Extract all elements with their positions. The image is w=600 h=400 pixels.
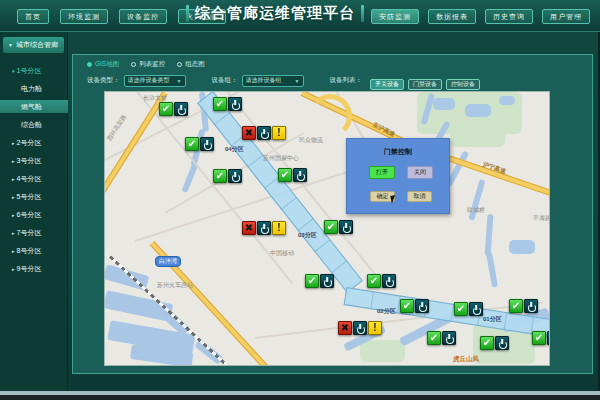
chevron-right-icon: ▸: [12, 194, 15, 200]
map-road-ramp: [308, 94, 352, 138]
door-open-button[interactable]: 打开: [369, 166, 395, 179]
status-ok-icon[interactable]: ✔: [480, 336, 494, 350]
power-icon[interactable]: [257, 126, 271, 140]
sidebar-item-6[interactable]: ▸4号分区: [0, 172, 68, 185]
content-panel: GIS地图列表监控组态图 设备类型： 请选择设备类型 ▼ 设备组： 请选择设备组…: [72, 54, 593, 374]
status-ok-icon[interactable]: ✔: [159, 102, 173, 116]
nav-button[interactable]: 安防监测: [371, 9, 419, 24]
status-ok-icon[interactable]: ✔: [509, 299, 523, 313]
power-icon[interactable]: [382, 274, 396, 288]
device-status-group[interactable]: ✔: [400, 299, 429, 313]
device-status-group[interactable]: ✔: [213, 169, 242, 183]
device-status-group[interactable]: ✖!: [338, 321, 382, 335]
status-alarm-icon[interactable]: ✖: [242, 126, 256, 140]
map-park: [450, 117, 505, 147]
device-status-group[interactable]: ✔: [278, 168, 307, 182]
sidebar-item-0[interactable]: ▾1号分区: [0, 64, 68, 77]
warning-icon[interactable]: !: [368, 321, 382, 335]
status-ok-icon[interactable]: ✔: [305, 274, 319, 288]
power-icon[interactable]: [320, 274, 334, 288]
power-icon[interactable]: [174, 102, 188, 116]
device-list-button[interactable]: 门禁设备: [408, 79, 442, 90]
device-status-group[interactable]: ✔: [213, 97, 242, 111]
device-group-select[interactable]: 请选择设备组 ▼: [242, 75, 304, 87]
status-alarm-icon[interactable]: ✖: [338, 321, 352, 335]
nav-button[interactable]: 数据报表: [428, 9, 476, 24]
nav-button[interactable]: 环境监测: [60, 9, 108, 24]
device-status-group[interactable]: ✔: [159, 102, 188, 116]
status-ok-icon[interactable]: ✔: [324, 220, 338, 234]
sidebar-item-10[interactable]: ▸8号分区: [0, 244, 68, 257]
map-canvas[interactable]: 04分区03分区02分区01分区长浒大桥西环高架路民众物流苏州国展中心京沪高速沪…: [104, 91, 550, 366]
device-status-group[interactable]: ✖!: [242, 221, 286, 235]
sidebar-item-label: 2号分区: [17, 138, 42, 148]
power-icon[interactable]: [495, 336, 509, 350]
cancel-button[interactable]: 取消: [407, 191, 432, 202]
device-status-group[interactable]: ✔: [509, 299, 538, 313]
power-icon[interactable]: [339, 220, 353, 234]
door-close-button[interactable]: 关闭: [407, 166, 433, 179]
warning-icon[interactable]: !: [272, 126, 286, 140]
status-ok-icon[interactable]: ✔: [213, 169, 227, 183]
status-ok-icon[interactable]: ✔: [427, 331, 441, 345]
status-ok-icon[interactable]: ✔: [278, 168, 292, 182]
power-icon[interactable]: [200, 137, 214, 151]
radio-icon: [131, 62, 136, 67]
sidebar-item-7[interactable]: ▸5号分区: [0, 190, 68, 203]
power-icon[interactable]: [524, 299, 538, 313]
device-status-group[interactable]: ✔: [454, 302, 483, 316]
device-status-group[interactable]: ✔: [532, 331, 550, 345]
power-icon[interactable]: [228, 169, 242, 183]
page-title: 综合管廊运维管理平台: [195, 4, 355, 23]
device-list-button[interactable]: 开关设备: [370, 79, 404, 90]
device-status-group[interactable]: ✖!: [242, 126, 286, 140]
power-icon[interactable]: [442, 331, 456, 345]
power-icon[interactable]: [293, 168, 307, 182]
device-status-group[interactable]: ✔: [185, 137, 214, 151]
device-type-label: 设备类型：: [87, 76, 120, 85]
sidebar-root-node[interactable]: ▼ 城市综合管廊: [3, 37, 64, 53]
view-mode-radio[interactable]: 列表监控: [131, 60, 165, 69]
device-status-group[interactable]: ✔: [324, 220, 353, 234]
status-ok-icon[interactable]: ✔: [213, 97, 227, 111]
sidebar-item-2[interactable]: 燃气舱: [0, 100, 68, 113]
device-status-group[interactable]: ✔: [367, 274, 396, 288]
status-ok-icon[interactable]: ✔: [367, 274, 381, 288]
device-status-group[interactable]: ✔: [480, 336, 509, 350]
status-ok-icon[interactable]: ✔: [532, 331, 546, 345]
device-status-group[interactable]: ✔: [427, 331, 456, 345]
chevron-right-icon: ▸: [12, 248, 15, 254]
view-mode-radio[interactable]: GIS地图: [87, 60, 119, 69]
map-place-label: 西环高架路: [105, 113, 129, 143]
sidebar-item-5[interactable]: ▸3号分区: [0, 154, 68, 167]
power-icon[interactable]: [469, 302, 483, 316]
view-mode-radio[interactable]: 组态图: [177, 60, 205, 69]
map-place-label: 联城桥: [467, 206, 485, 215]
power-icon[interactable]: [228, 97, 242, 111]
app-window: 首页环境监测设备监控火灾监测 综合管廊运维管理平台 安防监测数据报表历史查询用户…: [0, 0, 600, 400]
status-ok-icon[interactable]: ✔: [185, 137, 199, 151]
map-water: [486, 251, 498, 287]
nav-button[interactable]: 用户管理: [542, 9, 590, 24]
device-type-select[interactable]: 请选择设备类型 ▼: [124, 75, 186, 87]
power-icon[interactable]: [257, 221, 271, 235]
power-icon[interactable]: [547, 331, 550, 345]
status-ok-icon[interactable]: ✔: [400, 299, 414, 313]
power-icon[interactable]: [353, 321, 367, 335]
sidebar-item-8[interactable]: ▸6号分区: [0, 208, 68, 221]
nav-button[interactable]: 设备监控: [119, 9, 167, 24]
sidebar-item-1[interactable]: 电力舱: [0, 82, 68, 95]
power-icon[interactable]: [415, 299, 429, 313]
chevron-right-icon: ▸: [12, 230, 15, 236]
device-status-group[interactable]: ✔: [305, 274, 334, 288]
sidebar-item-9[interactable]: ▸7号分区: [0, 226, 68, 239]
sidebar-item-3[interactable]: 综合舱: [0, 118, 68, 131]
device-list-button[interactable]: 控制设备: [446, 79, 480, 90]
nav-button[interactable]: 首页: [17, 9, 49, 24]
status-alarm-icon[interactable]: ✖: [242, 221, 256, 235]
sidebar-item-11[interactable]: ▸9号分区: [0, 262, 68, 275]
warning-icon[interactable]: !: [272, 221, 286, 235]
sidebar-item-4[interactable]: ▸2号分区: [0, 136, 68, 149]
nav-button[interactable]: 历史查询: [485, 9, 533, 24]
status-ok-icon[interactable]: ✔: [454, 302, 468, 316]
